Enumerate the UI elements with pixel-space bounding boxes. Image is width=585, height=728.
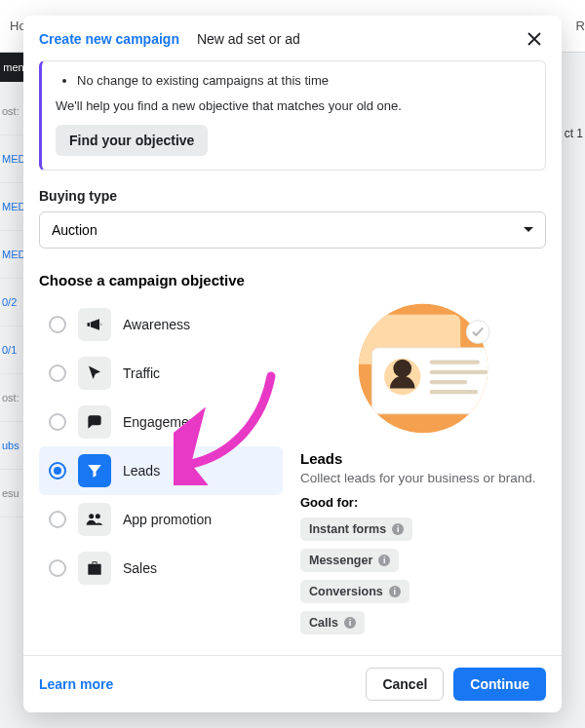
svg-rect-7 — [430, 370, 488, 374]
chip-conversions[interactable]: Conversionsi — [300, 580, 410, 603]
objective-list: Awareness Traffic Engagement — [39, 300, 283, 642]
chevron-down-icon — [524, 227, 533, 237]
find-objective-button[interactable]: Find your objective — [56, 125, 208, 156]
modal-body: No change to existing campaigns at this … — [23, 60, 562, 655]
info-icon: i — [344, 617, 356, 629]
svg-rect-6 — [430, 361, 480, 364]
objective-label: Leads — [123, 463, 160, 479]
people-icon — [78, 503, 111, 536]
info-icon: i — [389, 586, 401, 597]
buying-type-label: Buying type — [39, 188, 546, 204]
chip-messenger[interactable]: Messengeri — [300, 549, 399, 572]
radio-icon — [49, 413, 66, 431]
svg-rect-8 — [430, 380, 467, 384]
objective-option-sales[interactable]: Sales — [39, 544, 283, 593]
leads-illustration — [340, 300, 506, 437]
continue-button[interactable]: Continue — [453, 668, 546, 701]
tab-new-ad-set[interactable]: New ad set or ad — [197, 31, 300, 47]
learn-more-link[interactable]: Learn more — [39, 676, 113, 692]
notice-help-text: We'll help you find a new objective that… — [56, 96, 531, 116]
radio-icon — [49, 511, 66, 528]
tab-create-new-campaign[interactable]: Create new campaign — [39, 31, 179, 47]
objective-option-leads[interactable]: Leads — [39, 446, 283, 495]
close-icon — [527, 32, 541, 46]
buying-type-value: Auction — [52, 222, 98, 238]
chip-calls[interactable]: Callsi — [300, 611, 365, 634]
objective-heading: Choose a campaign objective — [39, 272, 546, 288]
chat-icon — [78, 405, 111, 439]
objective-option-app-promotion[interactable]: App promotion — [39, 495, 283, 544]
modal-header: Create new campaign New ad set or ad — [23, 16, 562, 60]
cancel-button[interactable]: Cancel — [366, 668, 444, 701]
buying-type-select[interactable]: Auction — [39, 211, 546, 249]
good-for-chips: Instant formsi Messengeri Conversionsi C… — [300, 517, 546, 642]
objective-label: Awareness — [123, 317, 190, 332]
objective-label: Traffic — [123, 365, 160, 381]
bg-right-frag: ct 1 — [565, 127, 583, 140]
create-campaign-modal: Create new campaign New ad set or ad No … — [23, 16, 562, 712]
info-icon: i — [392, 523, 404, 535]
megaphone-icon — [78, 308, 111, 341]
notice-bullet: No change to existing campaigns at this … — [77, 71, 531, 91]
funnel-icon — [78, 454, 111, 487]
objective-label: Sales — [123, 560, 157, 576]
radio-icon — [49, 462, 66, 479]
cursor-icon — [78, 357, 111, 390]
detail-subtitle: Collect leads for your business or brand… — [300, 471, 546, 485]
info-icon: i — [378, 555, 390, 566]
objective-label: App promotion — [123, 512, 212, 527]
objective-migration-notice: No change to existing campaigns at this … — [39, 60, 546, 171]
svg-rect-9 — [430, 390, 478, 394]
modal-footer: Learn more Cancel Continue — [23, 655, 562, 712]
radio-icon — [49, 364, 66, 382]
objective-label: Engagement — [123, 414, 200, 430]
objective-option-engagement[interactable]: Engagement — [39, 398, 283, 446]
briefcase-icon — [78, 552, 111, 585]
detail-title: Leads — [300, 450, 546, 467]
radio-icon — [49, 316, 66, 333]
objective-option-traffic[interactable]: Traffic — [39, 349, 283, 398]
close-button[interactable] — [523, 27, 546, 51]
svg-point-5 — [393, 360, 411, 378]
objective-option-awareness[interactable]: Awareness — [39, 300, 283, 349]
good-for-label: Good for: — [300, 495, 546, 510]
chip-instant-forms[interactable]: Instant formsi — [300, 517, 412, 541]
bg-right-cut: R — [576, 19, 585, 33]
objective-detail-panel: Leads Collect leads for your business or… — [300, 300, 546, 642]
radio-icon — [49, 559, 66, 577]
